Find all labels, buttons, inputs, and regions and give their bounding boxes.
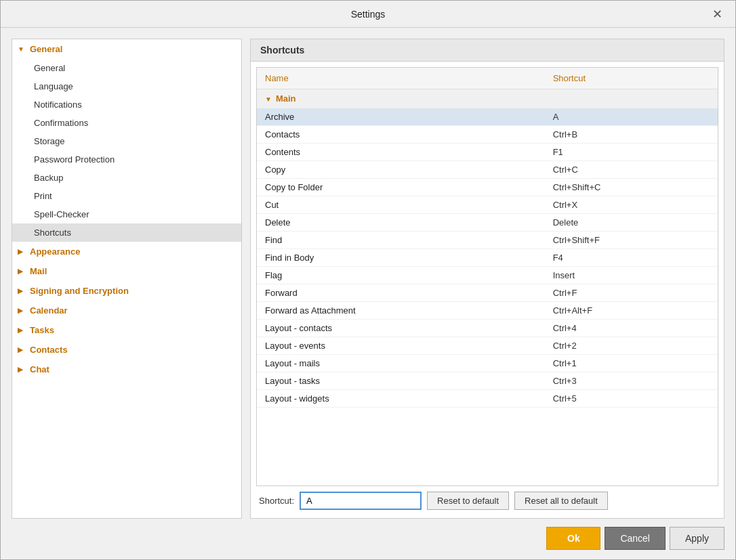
table-row[interactable]: Layout - mailsCtrl+1 [257, 355, 718, 372]
dialog-body: ▼GeneralGeneralLanguageNotificationsConf… [1, 28, 735, 519]
sidebar-arrow-appearance: ▶ [18, 248, 26, 255]
shortcut-name-cell: Contents [257, 144, 545, 161]
shortcut-value-cell: Ctrl+C [545, 161, 718, 179]
sidebar-arrow-general: ▼ [18, 45, 26, 53]
shortcut-name-cell: Layout - mails [257, 355, 545, 372]
sidebar-group-chat[interactable]: ▶Chat [12, 360, 241, 379]
apply-button[interactable]: Apply [670, 527, 724, 550]
sidebar-arrow-contacts: ▶ [18, 346, 26, 353]
sidebar-arrow-tasks: ▶ [18, 326, 26, 334]
group-arrow: ▼ [265, 95, 272, 103]
shortcut-name-cell: Forward as Attachment [257, 302, 545, 320]
sidebar-group-label-calendar: Calendar [30, 305, 68, 316]
table-row[interactable]: CopyCtrl+C [257, 161, 718, 179]
reset-all-to-default-button[interactable]: Reset all to default [514, 492, 608, 510]
table-row[interactable]: FlagInsert [257, 267, 718, 284]
shortcut-edit-row: Shortcut: Reset to default Reset all to … [256, 486, 718, 513]
shortcut-name-cell: Layout - tasks [257, 372, 545, 390]
sidebar-group-contacts[interactable]: ▶Contacts [12, 340, 241, 360]
sidebar-item-backup[interactable]: Backup [12, 169, 241, 187]
shortcut-name-cell: Archive [257, 108, 545, 126]
close-button[interactable]: ✕ [709, 7, 726, 22]
sidebar-group-label-tasks: Tasks [30, 325, 54, 335]
settings-dialog: Settings ✕ ▼GeneralGeneralLanguageNotifi… [0, 0, 736, 560]
shortcut-name-cell: Cut [257, 196, 545, 214]
shortcut-name-cell: Find [257, 232, 545, 249]
shortcut-value-cell: Ctrl+5 [545, 390, 718, 408]
shortcut-name-cell: Contacts [257, 126, 545, 144]
shortcut-name-cell: Layout - contacts [257, 320, 545, 337]
shortcuts-table-wrap: Name Shortcut ▼MainArchiveAContactsCtrl+… [256, 67, 718, 486]
shortcut-value-cell: Ctrl+1 [545, 355, 718, 372]
table-row[interactable]: Layout - contactsCtrl+4 [257, 320, 718, 337]
sidebar-item-confirmations[interactable]: Confirmations [12, 114, 241, 132]
sidebar-arrow-chat: ▶ [18, 366, 26, 373]
shortcut-value-cell: Insert [545, 267, 718, 284]
sidebar-group-mail[interactable]: ▶Mail [12, 261, 241, 281]
shortcuts-group-row: ▼Main [257, 89, 718, 108]
table-row[interactable]: ContentsF1 [257, 144, 718, 161]
table-row[interactable]: Layout - widgetsCtrl+5 [257, 390, 718, 408]
sidebar-group-signing-and-encryption[interactable]: ▶Signing and Encryption [12, 281, 241, 301]
shortcut-name-cell: Copy to Folder [257, 179, 545, 196]
shortcut-input[interactable] [300, 492, 422, 510]
shortcuts-table: Name Shortcut ▼MainArchiveAContactsCtrl+… [257, 68, 718, 408]
shortcut-name-cell: Find in Body [257, 249, 545, 267]
shortcut-value-cell: Delete [545, 214, 718, 232]
sidebar-group-tasks[interactable]: ▶Tasks [12, 320, 241, 340]
shortcut-value-cell: Ctrl+4 [545, 320, 718, 337]
sidebar-arrow-calendar: ▶ [18, 307, 26, 314]
table-row[interactable]: ForwardCtrl+F [257, 284, 718, 302]
table-row[interactable]: Layout - tasksCtrl+3 [257, 372, 718, 390]
shortcut-value-cell: Ctrl+F [545, 284, 718, 302]
content-inner: Name Shortcut ▼MainArchiveAContactsCtrl+… [251, 62, 724, 518]
table-row[interactable]: DeleteDelete [257, 214, 718, 232]
table-row[interactable]: Copy to FolderCtrl+Shift+C [257, 179, 718, 196]
sidebar-item-password-protection[interactable]: Password Protection [12, 150, 241, 169]
sidebar-item-notifications[interactable]: Notifications [12, 95, 241, 114]
shortcut-name-cell: Flag [257, 267, 545, 284]
sidebar-item-storage[interactable]: Storage [12, 132, 241, 150]
table-row[interactable]: FindCtrl+Shift+F [257, 232, 718, 249]
shortcut-name-cell: Layout - widgets [257, 390, 545, 408]
content-panel: Shortcuts Name Shortcut ▼MainArchiveACon… [250, 39, 724, 519]
table-header-row: Name Shortcut [257, 68, 718, 89]
table-row[interactable]: Find in BodyF4 [257, 249, 718, 267]
ok-button[interactable]: Ok [546, 527, 600, 550]
sidebar-item-print[interactable]: Print [12, 187, 241, 205]
sidebar-group-label-contacts: Contacts [30, 345, 68, 355]
content-header: Shortcuts [251, 39, 724, 62]
col-shortcut: Shortcut [545, 68, 718, 89]
shortcut-value-cell: Ctrl+Shift+F [545, 232, 718, 249]
dialog-footer: Ok Cancel Apply [1, 519, 735, 559]
table-row[interactable]: ArchiveA [257, 108, 718, 126]
sidebar-group-general[interactable]: ▼General [12, 39, 241, 59]
shortcut-label: Shortcut: [259, 496, 294, 506]
table-row[interactable]: CutCtrl+X [257, 196, 718, 214]
shortcut-value-cell: A [545, 108, 718, 126]
sidebar-item-spell-checker[interactable]: Spell-Checker [12, 205, 241, 223]
sidebar-item-general-item[interactable]: General [12, 59, 241, 77]
table-row[interactable]: ContactsCtrl+B [257, 126, 718, 144]
dialog-title: Settings [351, 9, 386, 20]
sidebar-group-label-signing-and-encryption: Signing and Encryption [30, 286, 129, 296]
col-name: Name [257, 68, 545, 89]
table-row[interactable]: Layout - eventsCtrl+2 [257, 337, 718, 355]
reset-to-default-button[interactable]: Reset to default [427, 492, 509, 510]
shortcut-value-cell: Ctrl+Shift+C [545, 179, 718, 196]
sidebar-group-calendar[interactable]: ▶Calendar [12, 301, 241, 320]
table-row[interactable]: Forward as AttachmentCtrl+Alt+F [257, 302, 718, 320]
shortcut-value-cell: Ctrl+Alt+F [545, 302, 718, 320]
shortcut-name-cell: Forward [257, 284, 545, 302]
shortcut-name-cell: Copy [257, 161, 545, 179]
shortcut-name-cell: Layout - events [257, 337, 545, 355]
sidebar-group-appearance[interactable]: ▶Appearance [12, 242, 241, 261]
shortcut-value-cell: F4 [545, 249, 718, 267]
sidebar-item-shortcuts[interactable]: Shortcuts [12, 223, 241, 242]
sidebar-group-label-mail: Mail [30, 266, 47, 276]
sidebar-arrow-mail: ▶ [18, 267, 26, 275]
sidebar: ▼GeneralGeneralLanguageNotificationsConf… [12, 39, 242, 519]
sidebar-item-language[interactable]: Language [12, 77, 241, 95]
shortcut-value-cell: F1 [545, 144, 718, 161]
cancel-button[interactable]: Cancel [605, 527, 666, 550]
